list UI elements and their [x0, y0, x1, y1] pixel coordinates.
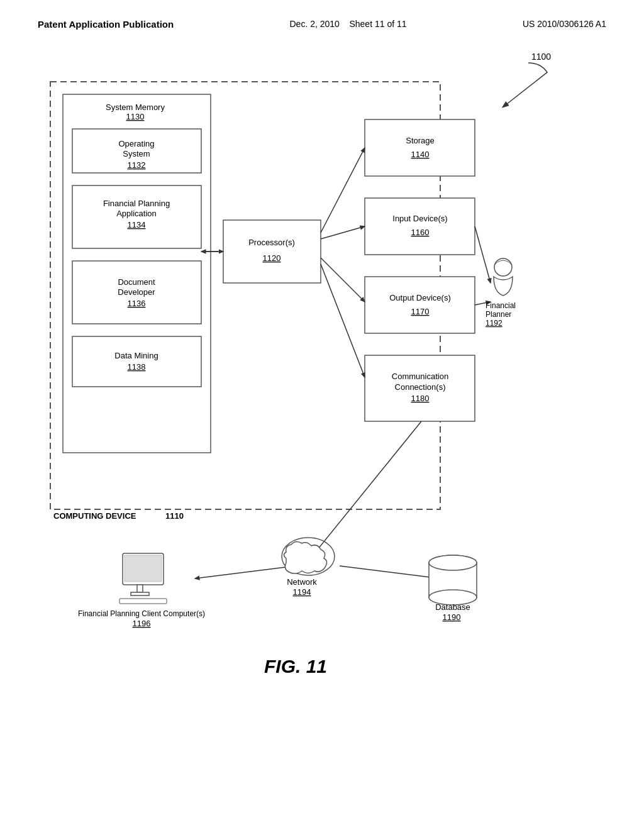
input-device-box	[365, 198, 475, 255]
comm-label1: Communication	[392, 372, 448, 381]
svg-rect-7	[125, 555, 162, 582]
processor-box	[223, 220, 321, 283]
line-proc-storage	[321, 148, 365, 233]
output-device-box	[365, 277, 475, 333]
datamining-box	[72, 336, 201, 387]
docdev-label1: Document	[118, 277, 155, 287]
computing-device-number: 1110	[165, 511, 184, 521]
line-proc-input	[321, 226, 365, 239]
docdev-number: 1136	[128, 299, 146, 308]
fpa-number: 1134	[128, 220, 146, 230]
financial-planner-label1: Financial	[486, 301, 516, 310]
datamining-number: 1138	[128, 362, 146, 372]
fig-label: FIG. 11	[264, 656, 327, 677]
network-number: 1194	[293, 587, 311, 597]
fpa-label1: Financial Planning	[103, 199, 170, 208]
output-device-number: 1170	[411, 307, 430, 316]
line-network-db	[340, 566, 440, 578]
database-label: Database	[435, 602, 470, 612]
svg-point-5	[429, 555, 477, 570]
processor-label: Processor(s)	[248, 238, 295, 247]
network-label: Network	[287, 577, 317, 587]
line-network-client	[195, 566, 296, 578]
header-patent-number: US 2010/0306126 A1	[523, 19, 606, 29]
network-cloud-icon	[282, 538, 335, 575]
financial-planner-number: 1192	[486, 319, 502, 328]
docdev-label2: Developer	[118, 287, 155, 297]
system-memory-label: System Memory	[106, 102, 165, 112]
patent-page: Patent Application Publication Dec. 2, 2…	[0, 0, 644, 830]
output-device-label: Output Device(s)	[389, 293, 451, 302]
line-proc-comm	[321, 264, 365, 377]
svg-rect-9	[131, 592, 149, 595]
client-label1: Financial Planning Client Computer(s)	[78, 609, 205, 618]
client-number: 1196	[133, 619, 151, 628]
input-device-number: 1160	[411, 228, 430, 237]
financial-planner-label2: Planner	[486, 310, 511, 319]
datamining-label: Data Mining	[114, 351, 158, 360]
storage-number: 1140	[411, 150, 430, 159]
client-computer-icon	[119, 553, 167, 604]
input-device-label: Input Device(s)	[392, 214, 447, 223]
computing-device-label: COMPUTING DEVICE	[53, 511, 136, 521]
line-input-planner	[475, 226, 491, 283]
fpa-label2: Application	[116, 209, 157, 218]
header-date-sheet: Dec. 2, 2010 Sheet 11 of 11	[289, 19, 406, 29]
svg-point-0	[494, 258, 512, 276]
os-label2: System	[123, 149, 150, 158]
comm-number: 1180	[411, 394, 430, 403]
header-publication-type: Patent Application Publication	[38, 19, 174, 30]
page-header: Patent Application Publication Dec. 2, 2…	[38, 19, 606, 30]
comm-label2: Connection(s)	[395, 382, 446, 392]
database-icon	[429, 555, 477, 605]
storage-box	[365, 119, 475, 176]
header-sheet: Sheet 11 of 11	[349, 19, 406, 29]
database-number2: 1190	[443, 612, 461, 622]
svg-rect-8	[137, 585, 143, 592]
storage-label: Storage	[406, 136, 435, 145]
os-label: Operating	[118, 139, 154, 148]
header-date: Dec. 2, 2010	[289, 19, 339, 29]
diagram-svg: 1100 System Memory 1130 Operating System…	[31, 38, 597, 717]
ref-1100-text: 1100	[531, 52, 551, 62]
processor-number: 1120	[263, 253, 281, 263]
system-memory-number: 1130	[126, 112, 145, 121]
line-comm-network	[314, 421, 421, 553]
financial-planner-icon	[494, 258, 513, 296]
os-number: 1132	[128, 160, 146, 170]
svg-rect-10	[119, 599, 167, 604]
